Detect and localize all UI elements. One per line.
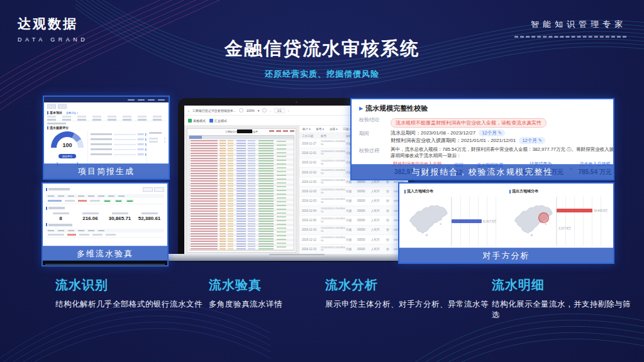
score-gauge: 100 — [51, 131, 84, 148]
screenshot-integrity-check: ▶ 流水规模完整性校验 校验结论 流水规模不能覆盖财报利润表中营业收入金额，请检… — [350, 98, 614, 180]
table-mode-button[interactable]: 表格模式 — [188, 119, 206, 123]
table-header-placeholder — [47, 116, 165, 118]
score-row: 12/12 ❯ — [91, 153, 147, 156]
table-row[interactable]: 2016-12-05 1102026501 056286490 活期 00000… — [299, 216, 408, 225]
period-pill-1[interactable]: 12个月 ✎ — [479, 129, 505, 136]
period-line-1: 流水总期间：2023/01/08 - 2023/12/27 12个月 ✎ — [391, 129, 614, 137]
stat-value: 8 — [46, 216, 75, 221]
cell-currency: 人民币 — [371, 180, 386, 184]
screenshot-multi-verify: 8 216.06 30,865.71 52,380.61 多维流水验真 — [42, 182, 169, 266]
table-row[interactable]: 2016-12-03 1102026501 056286490 活期 00000… — [299, 187, 408, 196]
feature-analysis: 流水分析 展示申贷主体分析、对手方分析、异常流水等 — [325, 277, 490, 310]
rotate-icon[interactable] — [239, 108, 243, 112]
stat-value: 216.06 — [75, 216, 105, 221]
stat-label-placeholder — [142, 212, 158, 214]
detail-link[interactable]: 查看详情 > — [66, 111, 78, 114]
score-row: 12/12 ❯ — [91, 138, 147, 141]
back-icon[interactable]: ‹ — [188, 109, 189, 112]
feature-detail: 流水明细 结构化展示全量流水，并支持剔除与筛选 — [492, 277, 635, 321]
feature-title: 流水识别 — [55, 277, 206, 293]
summary-mode-button[interactable]: 汇总模式 — [209, 119, 227, 123]
outflow-bar-chart: 34,843.8万 2,217.8万 — [556, 197, 608, 246]
cell-cash: 钞 — [386, 228, 394, 231]
filter-item[interactable]: 金额 — [330, 128, 338, 131]
zoom-dropdown-icon[interactable]: ▾ — [258, 109, 260, 112]
score-track — [114, 154, 136, 155]
caption-integrity: 与财报结合，校验流水规模完整性 — [352, 164, 613, 179]
score-value[interactable]: 12/12 ❯ — [138, 143, 147, 146]
verify-toolbar-buttons[interactable] — [143, 187, 164, 192]
screenshot-project-briefing: 基本项目 查看详情 > 流水健康评分 100 综合评分 ❯ — [43, 96, 170, 180]
cell-date: 2016-12-05 — [302, 219, 321, 222]
cell-type: 活期 — [346, 248, 357, 251]
briefing-content: 基本项目 查看详情 > 流水健康评分 100 综合评分 ❯ — [44, 102, 169, 167]
inflow-bar — [452, 219, 482, 223]
scan-table — [189, 135, 294, 251]
cell-date: 2016-12-10 — [302, 228, 321, 231]
cell-cash: 钞 — [386, 199, 394, 202]
cell-account: 1102026501 056286490 — [321, 140, 346, 146]
page-next-icon[interactable]: › — [288, 109, 289, 112]
cell-seq: 00000 — [357, 199, 371, 202]
page-subtitle: 还原经营实质、挖掘偿债风险 — [0, 69, 644, 80]
score-track — [114, 144, 136, 145]
page-prev-icon[interactable]: ‹ — [270, 109, 271, 112]
cell-account: 1102026501 056286490 — [321, 189, 346, 195]
brand-name-cn: 达观数据 — [18, 15, 88, 33]
score-list: 12/12 ❯ 12/12 ❯ 12/12 ❯ 12/12 ❯ — [87, 131, 147, 165]
inflow-bar-chart: 31,817.8万 — [451, 197, 503, 246]
column-header: 账号 — [321, 134, 346, 138]
cell-account: 1102026501 056286490 — [321, 169, 346, 175]
laptop-camera — [296, 101, 297, 103]
stat-label-placeholder — [53, 212, 69, 214]
verify-section1-title — [46, 187, 70, 192]
stat-block: 8 — [46, 212, 75, 221]
cell-type: 活期 — [346, 199, 357, 202]
score-value[interactable]: 12/12 ❯ — [138, 153, 147, 156]
cell-account: 1102026501 056286490 — [321, 160, 346, 166]
cell-currency: 人民币 — [371, 248, 386, 251]
cell-currency: 人民币 — [371, 190, 386, 193]
cell-date: 2016-12-12 — [302, 238, 321, 241]
cell-account: 1102026501 056286490 — [321, 198, 346, 204]
pass-badge — [114, 199, 123, 202]
score-row: 12/12 ❯ — [91, 143, 147, 146]
score-label-placeholder — [91, 143, 112, 145]
filter-item[interactable]: 账户 — [303, 128, 311, 131]
cell-seq: 00000 — [357, 248, 371, 251]
cell-currency: 人民币 — [371, 219, 386, 222]
period-line-2: 财报利润表营业收入披露期间：2021/01/01 - 2021/12/01 12… — [391, 137, 614, 145]
zoom-level[interactable]: 100% — [247, 109, 255, 112]
cell-seq: 00000 — [357, 180, 371, 184]
score-value[interactable]: 12/12 ❯ — [138, 148, 147, 151]
feature-recognition: 流水识别 结构化解析几乎全部格式的银行流水文件 — [55, 277, 206, 310]
score-value[interactable]: 12/12 ❯ — [138, 133, 147, 136]
cell-account: 1102026501 056286490 — [321, 227, 346, 233]
score-label-placeholder — [91, 133, 112, 135]
table-row[interactable]: 2016-12-12 1102026501 056286490 活期 00000… — [299, 235, 408, 244]
cell-cash: 钞 — [386, 238, 394, 241]
table-row[interactable]: 2016-12-15 1102026501 056286490 活期 00000… — [299, 244, 408, 254]
table-footer-placeholder — [47, 123, 66, 124]
period-pill-2[interactable]: 12个月 ✎ — [519, 137, 545, 144]
cell-type: 活期 — [346, 209, 357, 212]
score-value[interactable]: 12/12 ❯ — [138, 138, 147, 141]
filter-item[interactable]: 账号 — [316, 128, 325, 131]
cell-seq: 00000 — [357, 228, 371, 231]
score-label-placeholder — [91, 138, 112, 140]
gauge-value: 100 — [51, 142, 84, 148]
gauge-badge: 综合评分 — [58, 154, 76, 158]
stat-value: 52,380.61 — [135, 216, 164, 221]
stat-label-placeholder — [82, 212, 99, 214]
cell-type: 活期 — [346, 219, 357, 222]
table-row[interactable]: 2016-12-10 1102026501 056286490 活期 00000… — [299, 226, 408, 235]
fit-icon[interactable] — [262, 108, 267, 112]
table-row[interactable]: 2016-12-04 1102026501 056286490 活期 00000… — [299, 206, 408, 216]
cell-account: 1102026501 056286490 — [321, 246, 346, 253]
mini-tabs[interactable] — [47, 104, 165, 109]
verify-stats: 8 216.06 30,865.71 52,380.61 — [46, 212, 164, 221]
document-title: 工商银行借记卡历史明细清单... — [192, 109, 236, 112]
cell-date: 2016-12-02 — [302, 171, 321, 174]
china-map-outflow — [509, 202, 556, 241]
table-row[interactable]: 2016-12-03 1102026501 056286490 活期 00000… — [299, 197, 408, 206]
